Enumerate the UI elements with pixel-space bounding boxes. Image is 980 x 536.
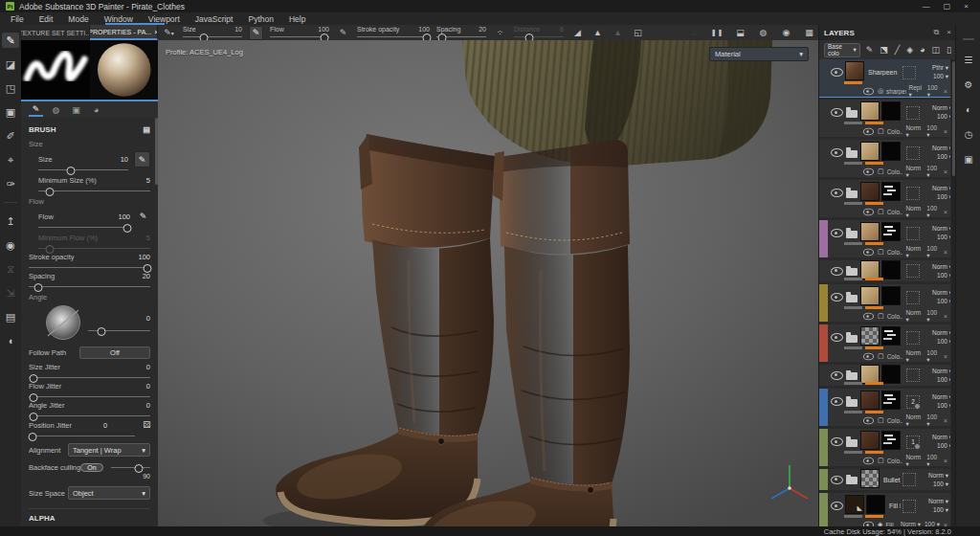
layer-color-tag[interactable] — [819, 324, 828, 362]
size-jitter-slider[interactable] — [29, 377, 150, 378]
layer-mask-thumbnail[interactable] — [860, 326, 880, 346]
blend-mode-dropdown[interactable]: Norm ▾ — [932, 225, 950, 233]
mask-placeholder[interactable] — [906, 291, 920, 304]
spacing-slider[interactable] — [29, 286, 150, 287]
mask-placeholder[interactable] — [906, 187, 920, 200]
effect-opacity-dropdown[interactable]: 100 ▾ — [926, 245, 940, 259]
layer-content-thumbnail[interactable] — [881, 260, 901, 279]
menu-file[interactable]: File — [3, 14, 32, 24]
layer-effect-row[interactable]: ▢ Colo... Norm ▾ 100 ▾ × — [828, 246, 950, 257]
visibility-eye-icon[interactable] — [831, 68, 843, 77]
effect-eye-icon[interactable] — [863, 416, 874, 424]
layer-effect-row[interactable]: ◈ Fill Norm ▾ 100 ▾ × — [828, 519, 950, 526]
mask-placeholder[interactable] — [906, 146, 920, 160]
delete-layer-icon[interactable]: ▯ — [947, 45, 951, 55]
blend-mode-dropdown[interactable]: Norm ▾ — [928, 472, 948, 480]
blend-mode-dropdown[interactable]: Norm ▾ — [928, 498, 948, 505]
size-slider[interactable] — [38, 169, 128, 170]
layer-content-thumbnail[interactable] — [881, 286, 901, 305]
layer-name[interactable]: BUTTONS GOLD — [902, 294, 904, 301]
effect-opacity-dropdown[interactable]: 100 ▾ — [927, 84, 940, 99]
size-pressure-icon[interactable]: ✎ — [249, 26, 263, 40]
add-paint-layer-icon[interactable]: ✎ — [866, 45, 874, 55]
effect-label[interactable]: Colo... — [887, 458, 903, 464]
visibility-eye-icon[interactable] — [831, 397, 843, 406]
layer-content-thumbnail[interactable] — [866, 495, 885, 514]
menu-help[interactable]: Help — [281, 14, 313, 24]
opacity-dropdown[interactable]: 100 ▾ — [937, 113, 950, 121]
layer-effect-row[interactable]: ▢ Colo... Norm ▾ 100 ▾ × — [828, 350, 950, 362]
visibility-eye-icon[interactable] — [831, 229, 843, 237]
visibility-eye-icon[interactable] — [831, 502, 843, 510]
effect-label[interactable]: Colo... — [887, 168, 903, 175]
mask-placeholder[interactable] — [902, 473, 916, 486]
clone-tool-icon[interactable]: ⌖ — [2, 152, 19, 168]
effect-label[interactable]: Colo... — [887, 249, 903, 256]
falloff-curve-icon[interactable]: ◢ — [570, 26, 585, 39]
menu-mode[interactable]: Mode — [60, 14, 96, 24]
symmetry-icon[interactable]: ▲ — [590, 26, 605, 39]
effect-close-icon[interactable]: × — [944, 168, 947, 175]
video-camera-icon[interactable]: ◉ — [779, 26, 793, 39]
effect-blend-dropdown[interactable]: Norm ▾ — [905, 413, 923, 428]
mask-placeholder[interactable]: 2 — [906, 395, 920, 409]
opacity-dropdown[interactable]: 100 ▾ — [937, 402, 950, 410]
effect-eye-icon[interactable] — [863, 352, 874, 360]
mask-placeholder[interactable] — [902, 66, 916, 79]
layer-color-tag[interactable] — [819, 365, 828, 386]
visibility-eye-icon[interactable] — [831, 437, 843, 446]
layer-row[interactable]: BUCKLES Norm ▾ 100 ▾ ▢ Colo... Norm ▾ 10… — [819, 220, 950, 257]
layer-row[interactable]: BELTS Norm ▾ 100 ▾ ▢ Colo... Norm ▾ 100 … — [819, 324, 950, 362]
shading-mode-dropdown[interactable]: Material ▾ — [709, 47, 809, 61]
layer-content-thumbnail[interactable] — [881, 365, 901, 384]
layer-name[interactable]: BELTS — [902, 334, 904, 341]
layer-mask-thumbnail[interactable] — [860, 222, 880, 241]
mask-placeholder[interactable] — [906, 106, 920, 120]
flow-pressure-icon[interactable]: ✎ — [336, 26, 350, 39]
add-fill-layer-icon[interactable]: ⬔ — [880, 45, 888, 55]
resize-icon[interactable]: ⇲ — [2, 285, 19, 301]
layer-mask-thumbnail[interactable] — [860, 431, 880, 450]
visibility-eye-icon[interactable] — [831, 108, 843, 117]
blend-mode-dropdown[interactable]: Norm ▾ — [932, 368, 950, 375]
layer-content-thumbnail[interactable] — [881, 431, 901, 450]
visibility-eye-icon[interactable] — [831, 371, 843, 380]
effect-close-icon[interactable]: × — [944, 128, 947, 135]
smudge-tool-icon[interactable]: ✐ — [2, 128, 19, 144]
render-camera-icon[interactable]: ◉ — [2, 237, 19, 253]
folder-icon[interactable] — [846, 295, 858, 302]
layer-effect-row[interactable]: ▢ Colo... Norm ▾ 100 ▾ × — [828, 310, 950, 322]
layer-name[interactable]: Bullet holes — [881, 477, 901, 483]
layer-row[interactable]: SharkTeeth Norm ▾ 100 ▾ ▢ Colo... Norm ▾… — [819, 100, 950, 137]
opacity-dropdown[interactable]: 100 ▾ — [937, 298, 950, 305]
mask-placeholder[interactable] — [906, 264, 920, 278]
effect-blend-dropdown[interactable]: Norm ▾ — [905, 124, 923, 139]
viewport-3d[interactable]: Profile: ACES_UE4_Log Material ▾ — [158, 40, 818, 526]
effect-eye-icon[interactable] — [863, 457, 874, 464]
screenshot-camera-icon[interactable]: ▦ — [802, 26, 816, 39]
tab-texture-set-settings[interactable]: TEXTURE SET SETTI... — [21, 25, 90, 40]
effect-eye-icon[interactable] — [863, 87, 874, 95]
menu-viewport[interactable]: Viewport — [141, 14, 188, 24]
folder-icon[interactable] — [846, 399, 858, 407]
layer-row[interactable]: Fill layer 31 Norm ▾ 100 ▾ ◈ Fill Norm ▾… — [819, 493, 950, 526]
visibility-eye-icon[interactable] — [831, 293, 843, 302]
layer-content-thumbnail[interactable] — [881, 326, 901, 346]
channel-filter-dropdown[interactable]: Base colo ▾ — [824, 43, 860, 57]
flow-jitter-slider[interactable] — [29, 396, 150, 397]
layer-name[interactable]: SharkTeeth — [902, 109, 904, 116]
layer-color-tag[interactable] — [819, 284, 828, 322]
add-effect-icon[interactable]: ◈ — [906, 45, 913, 55]
folder-icon[interactable] — [846, 190, 858, 198]
tab-properties-paint[interactable]: PROPERTIES - PA... × — [90, 25, 159, 40]
effect-label[interactable]: Colo... — [887, 417, 903, 424]
layer-color-tag[interactable] — [819, 469, 828, 490]
layer-row[interactable]: Bullet holes Norm ▾ 100 ▾ — [819, 469, 950, 490]
maximize-button[interactable]: ▢ — [944, 2, 951, 11]
subtab-alpha-icon[interactable]: ◍ — [49, 103, 63, 116]
effect-label[interactable]: Colo... — [887, 353, 903, 360]
material-sphere-preview[interactable] — [90, 40, 159, 100]
layer-name[interactable]: VEST — [902, 438, 904, 445]
effect-blend-dropdown[interactable]: Norm ▾ — [905, 245, 923, 259]
blend-mode-dropdown[interactable]: Norm ▾ — [932, 329, 950, 337]
